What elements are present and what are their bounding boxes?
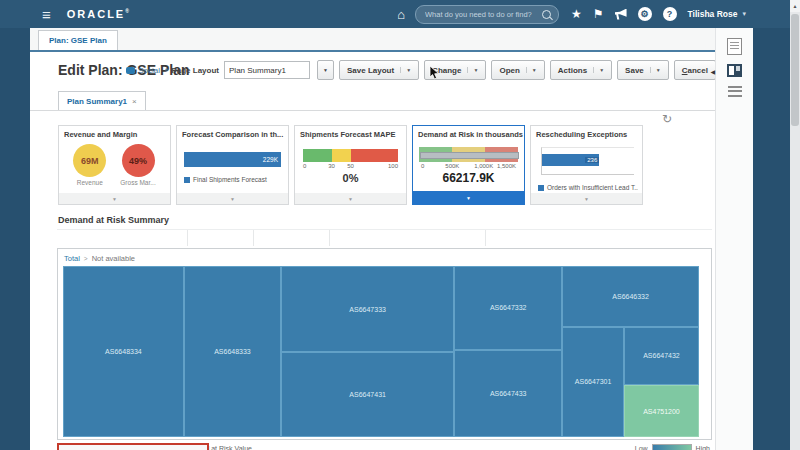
legend-swatch-icon: [184, 177, 190, 183]
search-input[interactable]: [423, 9, 542, 20]
close-icon[interactable]: ×: [132, 97, 137, 106]
breadcrumb-separator-icon: >: [84, 255, 88, 262]
browser-scrollbar[interactable]: ▲: [790, 0, 800, 450]
forecast-legend: Final Shipments Forecast: [184, 176, 284, 183]
actions-caret-icon[interactable]: ▼: [593, 67, 604, 73]
home-icon[interactable]: ⌂: [397, 7, 405, 22]
treemap-panel: Total > Not available AS6648334 AS664833…: [57, 248, 712, 440]
gross-margin-circle: 49%: [122, 144, 155, 177]
scrollbar-up-icon[interactable]: ▲: [790, 0, 800, 12]
scrollbar-thumb[interactable]: [791, 14, 799, 126]
breadcrumb-total-link[interactable]: Total: [64, 254, 80, 263]
hamburger-menu-icon[interactable]: ≡: [42, 7, 51, 22]
tile-expander[interactable]: ▼: [59, 193, 170, 204]
demand-risk-value: 66217.9K: [413, 171, 524, 185]
color-scale-legend: Low High: [635, 444, 710, 450]
change-caret-icon[interactable]: ▼: [467, 67, 478, 73]
favorites-star-icon[interactable]: ★: [571, 8, 582, 20]
left-margin-strip: [0, 28, 30, 450]
save-button[interactable]: Save ▼: [617, 60, 669, 80]
right-margin-strip: [753, 28, 790, 450]
treemap-node[interactable]: AS6647432: [624, 327, 699, 385]
document-view-icon[interactable]: [727, 38, 742, 55]
tile-revenue-and-margin[interactable]: Revenue and Margin 69M Revenue 49% Gross…: [58, 125, 171, 205]
demand-risk-bullet-gauge: [419, 147, 518, 162]
open-button[interactable]: Open ▼: [491, 60, 544, 80]
save-layout-button[interactable]: Save Layout ▼: [339, 60, 419, 80]
tile-shipments-forecast-mape[interactable]: Shipments Forecast MAPE 0 30 50 100 0%: [294, 125, 407, 205]
watchlist-flag-icon[interactable]: ⚑: [593, 8, 604, 20]
social-icon: [126, 67, 135, 74]
exceptions-legend: Orders with Insufficient Lead T...: [538, 184, 638, 191]
mouse-cursor: [429, 66, 441, 84]
treemap-node-highlighted[interactable]: AS4751200: [624, 385, 699, 437]
save-caret-icon[interactable]: ▼: [650, 67, 661, 73]
tile-expander[interactable]: ▼: [177, 193, 288, 204]
refresh-icon[interactable]: ↻: [662, 112, 672, 126]
page-layout-caret-icon[interactable]: ▼: [317, 60, 334, 80]
page-layout-label: * Page Layout: [165, 66, 219, 75]
global-search[interactable]: [415, 5, 559, 24]
sub-tab-strip: Plan Summary1 ×: [30, 90, 716, 111]
search-icon[interactable]: [542, 10, 551, 19]
revenue-circle: 69M: [73, 144, 106, 177]
app-window: Plan: GSE Plan Edit Plan: GSE Plan Socia…: [30, 28, 753, 450]
tile-rescheduling-exceptions[interactable]: Rescheduling Exceptions 236 Orders with …: [530, 125, 643, 205]
color-gradient-swatch: [652, 444, 692, 450]
treemap-node[interactable]: AS6647433: [454, 350, 562, 437]
treemap-node[interactable]: AS6647431: [281, 352, 454, 437]
forecast-bar: 229K: [184, 152, 281, 167]
chevron-down-icon: ▼: [466, 195, 471, 201]
collapse-panel-icon[interactable]: ◀: [710, 68, 715, 75]
summary-toolbar: [57, 229, 712, 246]
tile-expander-selected[interactable]: ▼: [413, 191, 524, 204]
app-content: Plan: GSE Plan Edit Plan: GSE Plan Socia…: [30, 28, 716, 450]
mape-gauge: [303, 149, 398, 162]
page-header: Edit Plan: GSE Plan Social * Page Layout…: [30, 52, 716, 88]
actions-button[interactable]: Actions ▼: [550, 60, 612, 80]
list-view-icon[interactable]: [728, 86, 742, 97]
oracle-logo: ORACLE®: [67, 8, 131, 20]
user-menu-caret-icon[interactable]: ▾: [742, 10, 746, 18]
required-asterisk-icon: *: [165, 66, 168, 75]
mape-gauge-ticks: 0 30 50 100: [303, 163, 398, 171]
section-title: Demand at Risk Summary: [58, 215, 716, 225]
global-header: ≡ ORACLE® ⌂ ★ ⚑ ⚙ ? Tilisha Rose ▾: [0, 0, 790, 28]
tab-plan-gse-plan[interactable]: Plan: GSE Plan: [38, 30, 118, 50]
treemap-node[interactable]: AS6648334: [63, 266, 184, 437]
help-icon[interactable]: ?: [663, 7, 677, 21]
mape-value: 0%: [295, 172, 406, 184]
legend-swatch-icon: [538, 185, 544, 191]
treemap-node[interactable]: AS6647332: [454, 266, 562, 350]
treemap-node[interactable]: AS6647301: [562, 327, 624, 437]
tab-plan-summary1[interactable]: Plan Summary1 ×: [58, 91, 146, 110]
save-layout-caret-icon[interactable]: ▼: [400, 67, 411, 73]
exceptions-bar-label: 236: [585, 157, 599, 163]
chevron-down-icon: ▼: [112, 196, 117, 202]
page-layout-select[interactable]: Plan Summary1: [224, 61, 310, 79]
recording-highlight-box: [57, 443, 209, 450]
chevron-down-icon: ▼: [584, 196, 589, 202]
right-icon-rail: [715, 28, 753, 450]
bullet-measure-bar: [420, 152, 519, 159]
bullet-ticks: 0 500K 1,000K 1,500K: [421, 163, 516, 171]
treemap-node[interactable]: AS6646332: [562, 266, 699, 327]
breadcrumb: Total > Not available: [58, 249, 711, 265]
tile-demand-at-risk[interactable]: Demand at Risk in thousands 0 500K 1,000…: [412, 125, 525, 205]
tile-expander[interactable]: ▼: [531, 193, 642, 204]
user-menu[interactable]: Tilisha Rose: [688, 9, 738, 19]
breadcrumb-current: Not available: [92, 254, 135, 263]
open-caret-icon[interactable]: ▼: [526, 67, 537, 73]
dashboard-view-icon[interactable]: [727, 64, 742, 77]
treemap-node[interactable]: AS6648333: [184, 266, 281, 437]
treemap-node[interactable]: AS6647333: [281, 266, 454, 352]
screen: ≡ ORACLE® ⌂ ★ ⚑ ⚙ ? Tilisha Rose ▾ ▲ Pla…: [0, 0, 800, 450]
social-link[interactable]: Social: [126, 66, 160, 75]
chevron-down-icon: ▼: [230, 196, 235, 202]
tile-forecast-comparison[interactable]: Forecast Comparison in th... 229K Final …: [176, 125, 289, 205]
main-tab-strip: Plan: GSE Plan: [30, 28, 716, 52]
tile-expander[interactable]: ▼: [295, 193, 406, 204]
settings-icon[interactable]: ⚙: [638, 7, 652, 21]
header-controls: Social * Page Layout Plan Summary1 ▼ Sav…: [126, 52, 716, 88]
notifications-icon[interactable]: [615, 9, 627, 20]
